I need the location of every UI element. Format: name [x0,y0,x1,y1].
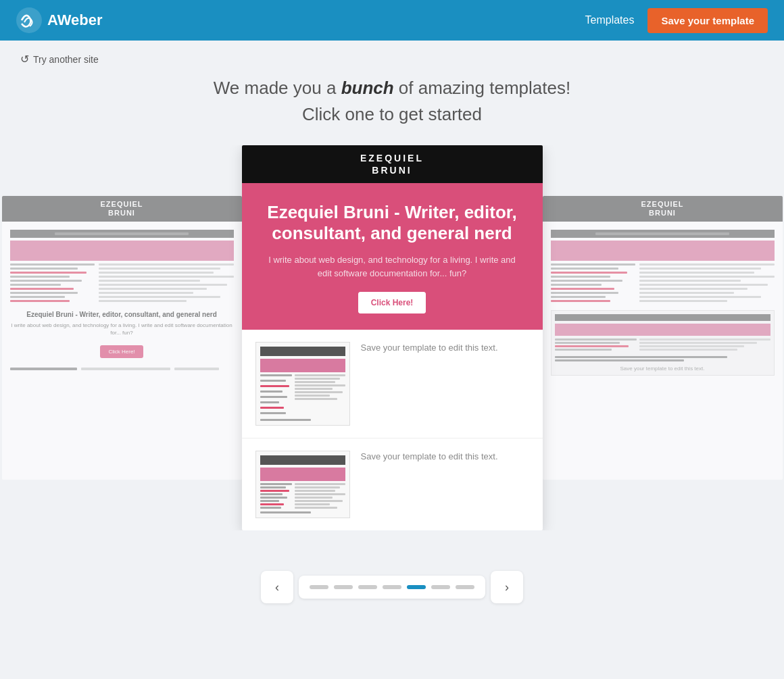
left-card-info: Ezequiel Bruni - Writer, editor, consult… [10,310,234,357]
templates-link[interactable]: Templates [585,14,635,26]
header-right: Templates Save your template [585,8,768,33]
main-content: We made you a bunch of amazing templates… [0,78,784,644]
right-card-content [551,263,775,302]
pagination: ‹ › [0,571,784,603]
right-card-ssi-hero [551,241,775,261]
right-card-body: Save your template to edit this text. [543,222,783,384]
page-dot-5[interactable] [407,585,426,589]
page-dot-1[interactable] [310,585,328,589]
email-screenshot-2 [255,451,350,518]
left-card-cta-btn[interactable]: Click Here! [100,345,143,358]
email-preview-2: Save your template to edit this text. [242,438,543,530]
refresh-icon: ↺ [20,53,29,66]
headline-prefix: We made you a [214,78,341,98]
page-dot-6[interactable] [431,585,450,589]
right-card-save-text: Save your template to edit this text. [555,366,770,372]
page-dot-4[interactable] [383,585,401,589]
logo: AWeber [16,7,103,33]
left-card-name: Ezequiel Bruni - Writer, editor, consult… [10,310,234,319]
template-card-center[interactable]: EZEQUIEL BRUNI Ezequiel Bruni - Writer, … [242,145,543,530]
left-main [99,263,233,302]
es-header-2 [260,455,345,465]
email-preview-1: Save your template to edit this text. [242,330,543,438]
carousel-prev-button[interactable]: ‹ [261,571,293,603]
aweber-logo-icon [16,7,42,33]
left-card-body: Ezequiel Bruni - Writer, editor, consult… [2,222,242,378]
email-preview-text-2: Save your template to edit this text. [361,451,498,463]
left-card-desc: I write about web design, and technology… [10,322,234,336]
email-preview-text-1: Save your template to edit this text. [361,342,498,354]
subtitle: Click one to get started [0,104,784,125]
email-screenshot-1 [255,342,350,426]
template-card-left[interactable]: EZEQUIEL BRUNI [2,196,242,480]
center-card-hero-title: Ezequiel Bruni - Writer, editor, consult… [261,202,524,244]
left-card-ssi-header [10,230,234,238]
right-card-header: EZEQUIEL BRUNI [543,196,783,222]
sub-header: ↺ Try another site [0,41,784,78]
left-card-ssi-hero [10,241,234,261]
right-card-header-text: EZEQUIEL BRUNI [641,200,683,218]
left-card-header-text: EZEQUIEL BRUNI [100,200,143,218]
page-dot-3[interactable] [358,585,377,589]
center-card-hero-desc: I write about web design, and technology… [261,253,524,280]
center-card-cta-btn[interactable]: Click Here! [358,292,426,313]
svg-point-0 [16,7,42,33]
center-card-header: EZEQUIEL BRUNI [242,145,543,183]
carousel-next-button[interactable]: › [491,571,523,603]
pagination-dots [299,576,485,599]
try-another-label: Try another site [33,54,99,65]
left-card-footer [10,368,234,370]
es-header-1 [260,347,345,356]
header: AWeber Templates Save your template [0,0,784,41]
left-card-header: EZEQUIEL BRUNI [2,196,242,222]
headline-suffix: of amazing templates! [394,78,571,98]
try-another-link[interactable]: ↺ Try another site [20,53,764,66]
headline-bold: bunch [341,78,394,98]
page-dot-7[interactable] [456,585,474,589]
left-sidebar [10,263,95,302]
left-card-cta-wrap: Click Here! [10,344,234,358]
page-dot-2[interactable] [334,585,353,589]
save-template-button[interactable]: Save your template [647,8,768,33]
logo-text: AWeber [47,11,103,29]
headline: We made you a bunch of amazing templates… [0,78,784,99]
right-card-ssi-header [551,230,775,238]
right-main [639,263,774,302]
template-card-right[interactable]: EZEQUIEL BRUNI [543,196,783,480]
center-card-header-text: EZEQUIEL BRUNI [360,152,424,176]
center-card-body: Save your template to edit this text. [242,330,543,530]
right-sidebar [551,263,636,302]
center-card-hero: Ezequiel Bruni - Writer, editor, consult… [242,183,543,330]
right-card-screenshot2: Save your template to edit this text. [551,310,775,376]
template-carousel: EZEQUIEL BRUNI [0,145,784,530]
left-card-content [10,263,234,302]
